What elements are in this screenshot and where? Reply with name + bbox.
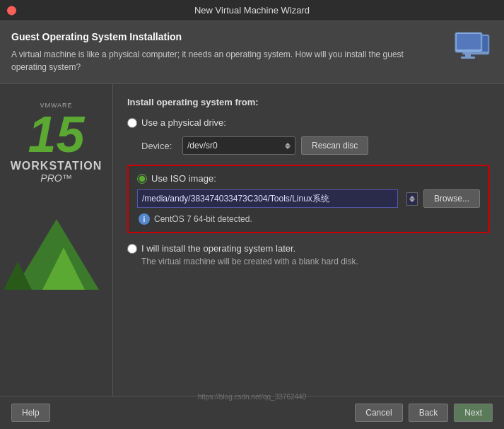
wizard-header: Guest Operating System Installation A vi…	[0, 21, 504, 84]
later-description: The virtual machine will be created with…	[141, 257, 490, 266]
device-select[interactable]: /dev/sr0	[182, 136, 295, 155]
footer-right: Cancel Back Next	[355, 404, 493, 422]
main-area: Install operating system from: Use a phy…	[113, 84, 504, 396]
physical-drive-radio[interactable]	[127, 118, 137, 128]
detected-text: CentOS 7 64-bit detected.	[154, 214, 252, 224]
header-icon	[454, 31, 493, 63]
computer-icon	[454, 31, 493, 63]
iso-radio[interactable]	[137, 174, 147, 184]
iso-detected-row: i CentOS 7 64-bit detected.	[139, 213, 480, 225]
section-title: Install operating system from:	[127, 97, 490, 107]
header-description: A virtual machine is like a physical com…	[11, 48, 407, 74]
wizard-footer: Help Cancel Back Next	[0, 396, 504, 429]
close-button[interactable]	[7, 6, 16, 15]
iso-arrow-down	[409, 199, 415, 202]
cancel-button[interactable]: Cancel	[355, 404, 402, 422]
later-label-text: I will install the operating system late…	[141, 243, 295, 254]
select-arrow-icon	[285, 143, 291, 149]
vmware-logo: VMWARE 15 WORKSTATION PRO™	[11, 105, 102, 184]
footer-left: Help	[11, 404, 50, 422]
iso-path-row: /media/andy/383474033473C304/Tools/Linux…	[137, 189, 480, 208]
rescan-button[interactable]: Rescan disc	[301, 136, 368, 155]
later-radio[interactable]	[127, 244, 137, 254]
vmware-version: 15	[28, 109, 84, 160]
iso-section: Use ISO image: /media/andy/383474033473C…	[127, 165, 490, 233]
header-text: Guest Operating System Installation A vi…	[11, 31, 407, 74]
iso-path-display: /media/andy/383474033473C304/Tools/Linux…	[137, 189, 398, 208]
vmware-product: WORKSTATION	[11, 160, 102, 172]
arrow-down-icon	[285, 146, 291, 149]
help-button[interactable]: Help	[11, 404, 50, 422]
back-button[interactable]: Back	[409, 404, 449, 422]
iso-select-arrow[interactable]	[406, 192, 418, 206]
wizard-content: VMWARE 15 WORKSTATION PRO™ Install opera…	[0, 84, 504, 396]
title-bar: New Virtual Machine Wizard	[0, 0, 504, 21]
later-radio-label[interactable]: I will install the operating system late…	[127, 243, 490, 254]
iso-label-text: Use ISO image:	[151, 173, 216, 184]
window-title: New Virtual Machine Wizard	[194, 5, 310, 16]
triangle-tiny	[4, 261, 32, 290]
triangle-small	[42, 247, 85, 290]
svg-rect-4	[465, 52, 471, 57]
device-label: Device:	[141, 141, 177, 151]
iso-radio-label[interactable]: Use ISO image:	[137, 173, 216, 184]
svg-rect-3	[457, 34, 481, 49]
browse-button[interactable]: Browse...	[423, 189, 480, 208]
next-button[interactable]: Next	[454, 404, 493, 422]
physical-drive-row: Use a physical drive:	[127, 117, 490, 128]
info-icon: i	[139, 213, 150, 225]
iso-row: Use ISO image:	[137, 173, 480, 184]
svg-rect-5	[461, 57, 475, 59]
sidebar-decoration	[0, 191, 113, 290]
iso-arrow-up	[409, 196, 415, 199]
iso-path-text: /media/andy/383474033473C304/Tools/Linux…	[142, 193, 329, 205]
physical-drive-label[interactable]: Use a physical drive:	[127, 117, 226, 128]
device-value: /dev/sr0	[187, 141, 218, 151]
header-heading: Guest Operating System Installation	[11, 31, 407, 42]
later-section: I will install the operating system late…	[127, 243, 490, 266]
physical-drive-text: Use a physical drive:	[141, 117, 226, 128]
sidebar: VMWARE 15 WORKSTATION PRO™	[0, 84, 113, 396]
vmware-edition: PRO™	[40, 172, 71, 184]
wizard-body: Guest Operating System Installation A vi…	[0, 21, 504, 429]
arrow-up-icon	[285, 143, 291, 146]
device-row: Device: /dev/sr0 Rescan disc	[141, 136, 490, 155]
